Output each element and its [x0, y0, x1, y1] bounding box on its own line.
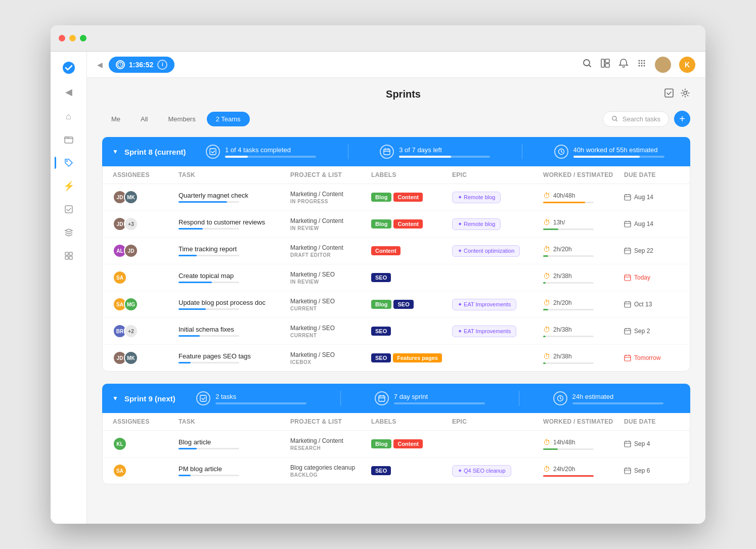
close-button[interactable]: [59, 35, 65, 41]
clock-icon: ⏱: [543, 352, 550, 360]
settings-icon[interactable]: [680, 88, 690, 101]
label-content: Content: [371, 246, 401, 255]
epic-cell: ✦ Q4 SEO cleanup: [452, 465, 543, 477]
divider1: [348, 144, 348, 159]
tab-teams[interactable]: 2 Teams: [207, 112, 250, 126]
sprint9-stat1-text: 2 tasks: [215, 393, 306, 404]
project-cell: Blog categories cleanup BACKLOG: [290, 464, 371, 478]
tab-members[interactable]: Members: [159, 112, 205, 126]
epic-cell: ✦ Content optimization: [452, 245, 543, 257]
app-logo[interactable]: [59, 58, 79, 78]
task-progress-bar: [179, 308, 239, 310]
user-avatar[interactable]: [655, 57, 671, 73]
sprint9-stat1: 2 tasks: [196, 391, 306, 405]
tab-me[interactable]: Me: [102, 112, 129, 126]
progress-fill: [179, 448, 197, 449]
clock-icon: ⏱: [543, 299, 550, 307]
layers-icon[interactable]: [59, 222, 79, 243]
col-epic: Epic: [452, 171, 543, 178]
bell-icon[interactable]: [618, 58, 629, 71]
avatar: MG: [124, 297, 138, 311]
sprint8-stat3-bar: [573, 156, 664, 158]
home-icon[interactable]: ⌂: [59, 106, 79, 126]
due-date: Aug 14: [624, 220, 680, 227]
task-row[interactable]: SA MG Update blog post process doc Marke…: [103, 291, 690, 318]
task-name-cell: Blog article: [179, 438, 290, 449]
progress-fill: [179, 201, 227, 203]
task-row[interactable]: JD +3 Respond to customer reviews Market…: [103, 211, 690, 238]
worked-bar: [543, 255, 594, 257]
project-cell: Marketing / SEO ICEBOX: [290, 351, 371, 365]
check-square-icon[interactable]: [59, 199, 79, 219]
sprint9-header-row: Assignees Task Project & List Labels Epi…: [103, 413, 690, 431]
worked-cell: ⏱2h/20h: [543, 299, 624, 310]
worked-fill: [543, 282, 546, 284]
sprint9-stat2-bar: [394, 402, 485, 404]
label-seo: SEO: [371, 273, 391, 282]
assignees: SA: [113, 270, 179, 285]
worked-cell: ⏱2h/38h: [543, 326, 624, 337]
project-status: IN REVIEW: [290, 279, 371, 285]
svg-point-9: [584, 60, 590, 66]
assignees: SA: [113, 464, 179, 478]
label-content: Content: [393, 219, 423, 228]
tab-all[interactable]: All: [131, 112, 157, 126]
task-row[interactable]: SA PM blog article Blog categories clean…: [103, 458, 690, 484]
task-name-cell: Quarterly magnet check: [179, 192, 290, 203]
back-icon[interactable]: ◀: [62, 85, 76, 99]
task-name-cell: Update blog post process doc: [179, 299, 290, 310]
search-box[interactable]: Search tasks: [603, 111, 669, 127]
worked-bar: [543, 309, 594, 310]
worked-cell: ⏱2h/38h: [543, 352, 624, 364]
svg-point-23: [684, 92, 687, 95]
epic-badge: ✦ EAT Improvements: [452, 326, 516, 337]
project-name: Marketing / Content: [290, 244, 371, 251]
worked-cell: ⏱40h/48h: [543, 192, 624, 203]
worked-fill: [543, 448, 558, 450]
folder-icon[interactable]: [59, 129, 79, 150]
worked-cell: ⏱14h/48h: [543, 438, 624, 450]
tag-icon[interactable]: [59, 153, 79, 173]
stack-icon[interactable]: [59, 246, 79, 266]
maximize-button[interactable]: [80, 35, 86, 41]
add-button[interactable]: +: [674, 111, 690, 127]
task-row[interactable]: BR +2 Initial schema fixes Marketing / S…: [103, 318, 690, 345]
col-labels: Labels: [371, 171, 452, 178]
label-seo: SEO: [371, 466, 391, 475]
col-project: Project & List: [290, 171, 371, 178]
task-row[interactable]: SA Create topical map Marketing / SEO IN…: [103, 264, 690, 291]
svg-rect-11: [605, 59, 609, 63]
info-icon[interactable]: i: [157, 60, 167, 70]
sprint9-block: ▼ Sprint 9 (next) 2 tasks: [102, 384, 690, 484]
epic-badge: ✦ Remote blog: [452, 218, 501, 230]
timer-badge[interactable]: 1:36:52 i: [109, 57, 174, 73]
checklist-icon[interactable]: [664, 88, 674, 101]
search-icon[interactable]: [582, 58, 592, 71]
task-row[interactable]: JD MK Feature pages SEO tags Marketing /…: [103, 345, 690, 371]
svg-rect-34: [625, 355, 631, 361]
task-row[interactable]: KL Blog article Marketing / Content RESE…: [103, 431, 690, 458]
bolt-icon[interactable]: ⚡: [59, 176, 79, 196]
user-initial-badge[interactable]: K: [679, 57, 695, 73]
worked-text: ⏱40h/48h: [543, 192, 624, 200]
label-blog: Blog: [371, 219, 391, 228]
task-row[interactable]: AL JD Time tracking report Marketing / C…: [103, 238, 690, 264]
back-arrow[interactable]: ◀: [97, 61, 103, 69]
sprint8-chevron[interactable]: ▼: [112, 148, 118, 155]
epic-badge: ✦ Remote blog: [452, 192, 501, 203]
task-row[interactable]: JD MK Quarterly magnet check Marketing /…: [103, 184, 690, 211]
assignees: JD MK: [113, 351, 179, 365]
sprint9-chevron[interactable]: ▼: [112, 395, 118, 402]
due-date: Sep 6: [624, 467, 680, 474]
more-badge: +3: [124, 217, 138, 231]
layout-icon[interactable]: [600, 58, 610, 71]
due-date: Oct 13: [624, 301, 680, 308]
project-name: Blog categories cleanup: [290, 464, 371, 471]
sprint8-stat2-label: 3 of 7 days left: [399, 146, 490, 154]
grid-icon[interactable]: [637, 58, 647, 71]
divider4: [519, 391, 519, 406]
col-project: Project & List: [290, 418, 371, 425]
minimize-button[interactable]: [69, 35, 76, 41]
calendar-icon: [375, 391, 389, 405]
svg-rect-4: [65, 252, 68, 255]
